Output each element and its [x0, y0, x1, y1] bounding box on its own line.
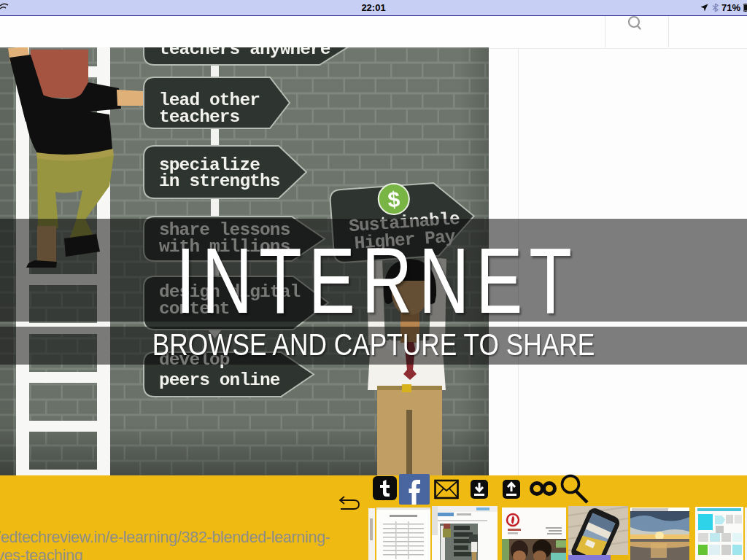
svg-text:in strengths: in strengths: [159, 171, 280, 191]
svg-text:teachers: teachers: [159, 107, 240, 127]
svg-text:$: $: [387, 187, 400, 211]
svg-text:teachers anywhere: teachers anywhere: [159, 47, 330, 59]
svg-text:peers online: peers online: [159, 370, 280, 390]
